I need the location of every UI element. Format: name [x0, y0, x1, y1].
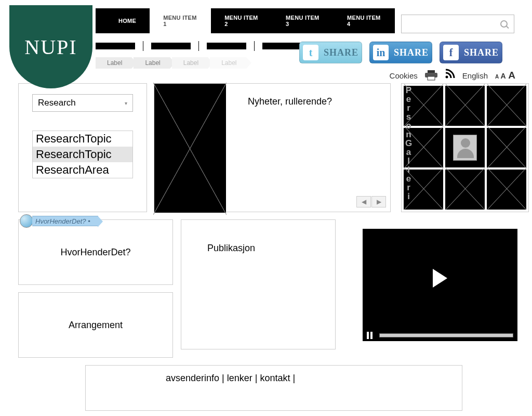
hhd-badge-label: HvorHenderDet? •	[32, 216, 98, 226]
gallery-cell[interactable]	[487, 128, 526, 168]
footer-text: avsenderinfo | lenker | kontakt |	[166, 373, 295, 383]
list-item[interactable]: ResearchTopic	[33, 131, 132, 147]
publication-box-label: Publikasjon	[207, 243, 255, 254]
gallery-label: PersonGalleri	[403, 85, 414, 200]
news-title: Nyheter, rullerende?	[248, 96, 332, 107]
share-label: SHARE	[324, 47, 358, 58]
text-size-control[interactable]: A A A	[495, 70, 515, 81]
video-player	[363, 229, 517, 341]
list-item[interactable]: ResearchTopic	[33, 147, 132, 162]
breadcrumb-item[interactable]: Label	[210, 57, 246, 69]
dropdown-label: Research	[38, 98, 76, 108]
sub-nav	[96, 43, 302, 51]
hhd-badge[interactable]: HvorHenderDet? •	[20, 214, 98, 228]
news-image-placeholder	[154, 84, 226, 213]
video-controls	[363, 328, 517, 341]
gallery-cell[interactable]	[487, 86, 526, 126]
chevron-down-icon: ▾	[125, 100, 127, 106]
facebook-icon: f	[443, 45, 459, 60]
gallery-cell[interactable]	[445, 170, 485, 210]
pause-button[interactable]	[367, 332, 374, 339]
research-dropdown[interactable]: Research ▾	[32, 94, 133, 112]
svg-rect-0	[428, 70, 435, 73]
arrangement-box-label: Arrangement	[69, 320, 123, 331]
gallery-cell[interactable]	[487, 170, 526, 210]
gallery-cell-avatar[interactable]	[445, 128, 485, 168]
rss-icon[interactable]	[445, 69, 455, 82]
breadcrumb-item[interactable]: Label	[172, 57, 208, 69]
nav-item-2[interactable]: MENU ITEM 2	[211, 6, 272, 36]
hhd-box-label: HvorHenderDet?	[60, 247, 130, 258]
subnav-item[interactable]	[96, 43, 135, 49]
logo[interactable]: NUPI	[9, 5, 92, 88]
list-item[interactable]: ResearchArea	[33, 162, 132, 178]
twitter-icon: t	[303, 45, 318, 60]
logo-text: NUPI	[24, 35, 77, 59]
breadcrumb-item[interactable]: Label	[134, 57, 169, 69]
avatar-icon	[453, 135, 477, 161]
nav-item-1[interactable]: MENU ITEM 1	[150, 6, 211, 36]
main-nav: HOME MENU ITEM 1 MENU ITEM 2 MENU ITEM 3…	[96, 8, 395, 33]
share-label: SHARE	[464, 47, 499, 58]
play-icon	[433, 269, 447, 288]
gallery-cell[interactable]	[445, 86, 485, 126]
share-twitter-button[interactable]: t SHARE	[299, 42, 362, 63]
language-link[interactable]: English	[462, 71, 488, 80]
share-facebook-button[interactable]: f SHARE	[440, 42, 502, 63]
nav-home[interactable]: HOME	[105, 9, 150, 33]
prev-button[interactable]: ◀	[356, 196, 371, 207]
footer: avsenderinfo | lenker | kontakt |	[85, 365, 462, 411]
nav-item-3[interactable]: MENU ITEM 3	[272, 6, 334, 36]
svg-rect-2	[428, 76, 435, 80]
share-label: SHARE	[394, 47, 429, 58]
share-row: t SHARE in SHARE f SHARE	[299, 42, 502, 63]
search-input[interactable]	[402, 17, 500, 31]
breadcrumb-item[interactable]: Label	[96, 57, 131, 69]
research-sidebar: Research ▾ ResearchTopic ResearchTopic R…	[18, 83, 147, 212]
breadcrumb: Label Label Label Label	[96, 57, 248, 69]
utility-row: Cookies English A A A	[390, 69, 515, 82]
linkedin-icon: in	[373, 45, 389, 60]
seek-bar[interactable]	[379, 333, 513, 337]
subnav-item[interactable]	[262, 43, 302, 49]
video-stage[interactable]	[363, 229, 517, 328]
hhd-box[interactable]: HvorHenderDet?	[18, 219, 173, 285]
search-icon[interactable]	[500, 20, 508, 28]
research-listbox: ResearchTopic ResearchTopic ResearchArea	[32, 131, 133, 178]
nav-item-4[interactable]: MENU ITEM 4	[334, 6, 395, 36]
news-pager: ◀ ▶	[356, 196, 386, 207]
arrangement-box[interactable]: Arrangement	[18, 292, 173, 358]
person-gallery: PersonGalleri	[401, 83, 529, 212]
globe-icon	[20, 214, 33, 228]
print-icon[interactable]	[425, 70, 437, 81]
publication-box[interactable]: Publikasjon	[181, 219, 336, 349]
next-button[interactable]: ▶	[371, 196, 386, 207]
subnav-item[interactable]	[207, 43, 246, 49]
search-box	[401, 15, 514, 33]
share-linkedin-button[interactable]: in SHARE	[369, 42, 432, 63]
news-panel: Nyheter, rullerende? ◀ ▶	[154, 83, 391, 212]
svg-point-3	[445, 76, 448, 79]
subnav-item[interactable]	[151, 43, 191, 49]
cookies-link[interactable]: Cookies	[390, 71, 418, 80]
